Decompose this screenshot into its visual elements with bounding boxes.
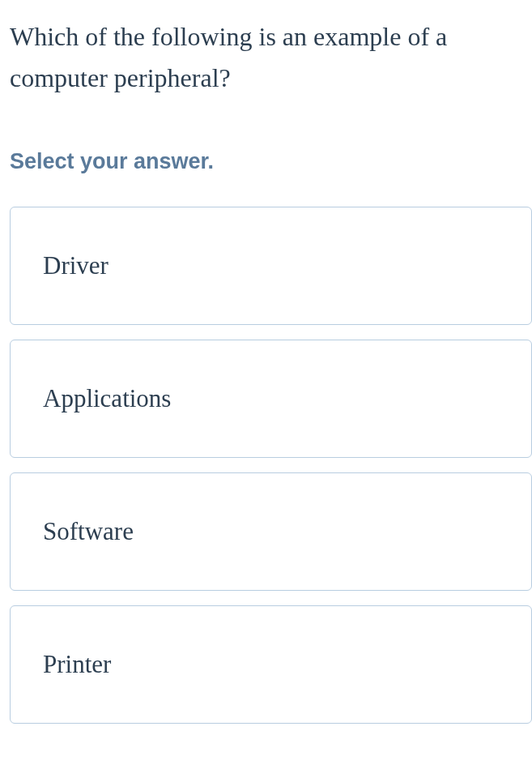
options-container: Driver Applications Software Printer xyxy=(0,207,532,724)
question-text: Which of the following is an example of … xyxy=(0,0,532,99)
option-applications[interactable]: Applications xyxy=(10,340,532,458)
option-software[interactable]: Software xyxy=(10,472,532,591)
prompt-text: Select your answer. xyxy=(0,99,532,207)
option-label: Printer xyxy=(43,650,111,678)
option-label: Software xyxy=(43,517,134,545)
option-label: Driver xyxy=(43,251,109,280)
option-printer[interactable]: Printer xyxy=(10,605,532,724)
option-label: Applications xyxy=(43,384,171,412)
option-driver[interactable]: Driver xyxy=(10,207,532,325)
